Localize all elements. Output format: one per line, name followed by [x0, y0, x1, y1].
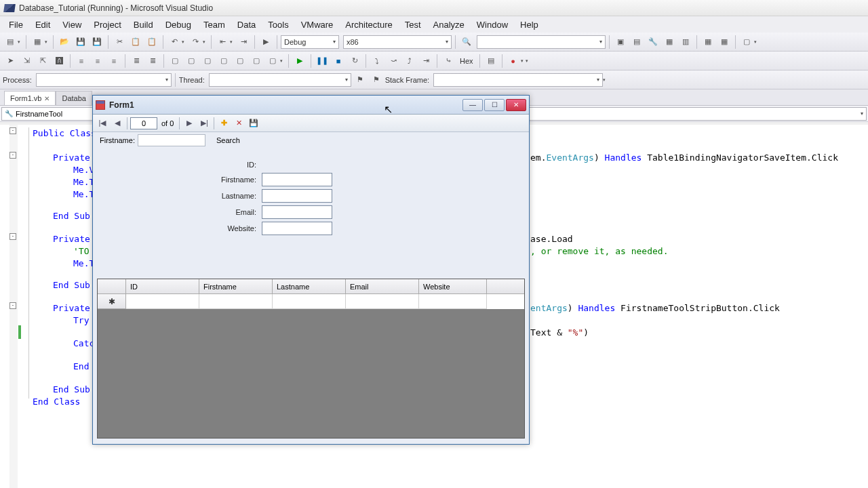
dgv-new-row[interactable]: ✱	[98, 294, 524, 309]
toolbar-overflow[interactable]: ▾	[280, 58, 283, 64]
dgv-col-website[interactable]: Website	[419, 279, 487, 294]
bookmark-icon-7[interactable]: ▢	[265, 54, 280, 68]
step-into-icon[interactable]: ⤵	[370, 54, 384, 68]
menu-project[interactable]: Project	[87, 18, 127, 32]
toolbox-icon[interactable]: 🔧	[646, 35, 660, 49]
menu-build[interactable]: Build	[127, 18, 159, 32]
menu-edit[interactable]: Edit	[29, 18, 56, 32]
menu-view[interactable]: View	[56, 18, 87, 32]
minimize-button[interactable]: —	[462, 99, 483, 111]
save-icon[interactable]: 💾	[247, 117, 260, 130]
dgv-cell[interactable]	[199, 294, 273, 309]
menu-tools[interactable]: Tools	[262, 18, 294, 32]
email-input[interactable]	[262, 205, 332, 219]
navigate-back-icon[interactable]: ⇤	[215, 35, 230, 49]
collapse-toggle[interactable]: -	[9, 127, 16, 134]
collapse-toggle[interactable]: -	[9, 152, 16, 159]
menu-data[interactable]: Data	[231, 18, 262, 32]
start-page-icon[interactable]: ▥	[678, 35, 693, 49]
thread-filter-icon[interactable]: ⚑	[369, 73, 384, 87]
new-project-dropdown[interactable]: ▾	[18, 39, 20, 45]
find-combo[interactable]: ▾	[477, 35, 606, 49]
menu-test[interactable]: Test	[399, 18, 427, 32]
search-firstname-input[interactable]	[138, 134, 205, 146]
other-windows-icon[interactable]: ▦	[717, 35, 732, 49]
datagridview[interactable]: ID Firstname Lastname Email Website ✱	[97, 279, 525, 439]
collapse-toggle[interactable]: -	[9, 302, 16, 309]
redo-icon[interactable]: ↷	[188, 35, 203, 49]
breakpoints-window-icon[interactable]: ●	[506, 54, 521, 68]
find-icon[interactable]: 🔍	[459, 35, 474, 49]
dgv-corner[interactable]	[98, 279, 126, 294]
move-last-icon[interactable]: ▶|	[197, 117, 211, 130]
add-new-icon[interactable]: ✚	[217, 117, 231, 130]
lastname-input[interactable]	[262, 189, 332, 203]
menu-team[interactable]: Team	[197, 18, 231, 32]
close-icon[interactable]: ✕	[44, 95, 50, 102]
solution-platform-combo[interactable]: x86 ▾	[343, 35, 452, 49]
step-icon-1[interactable]: ⇲	[19, 54, 34, 68]
redo-dropdown[interactable]: ▾	[203, 39, 205, 45]
solution-config-combo[interactable]: Debug ▾	[281, 35, 339, 49]
menu-architecture[interactable]: Architecture	[339, 18, 398, 32]
save-all-icon[interactable]: 💾	[90, 35, 104, 49]
bookmark-icon[interactable]: ▢	[167, 54, 182, 68]
stackframe-combo[interactable]: ▾	[433, 73, 603, 87]
maximize-button[interactable]: ☐	[484, 99, 505, 111]
dgv-cell[interactable]	[419, 294, 487, 309]
hex-toggle[interactable]: Hex	[457, 57, 476, 65]
outdent-icon[interactable]: ≡	[90, 54, 105, 68]
search-button[interactable]: Search	[216, 136, 240, 144]
toolbar-overflow-3[interactable]: ▾	[603, 77, 606, 83]
toolbar-overflow-2[interactable]: ▾	[526, 58, 528, 64]
move-first-icon[interactable]: |◀	[96, 117, 109, 130]
bookmark-icon-4[interactable]: ▢	[216, 54, 231, 68]
restart-icon[interactable]: ↻	[347, 54, 362, 68]
paste-icon[interactable]: 📋	[144, 35, 159, 49]
dgv-col-email[interactable]: Email	[346, 279, 419, 294]
cut-icon[interactable]: ✂	[112, 35, 127, 49]
thread-combo[interactable]: ▾	[209, 73, 351, 87]
menu-vmware[interactable]: VMware	[295, 18, 340, 32]
move-previous-icon[interactable]: ◀	[111, 117, 124, 130]
process-combo[interactable]: ▾	[36, 73, 172, 87]
menu-help[interactable]: Help	[514, 18, 545, 32]
start-icon[interactable]: ▶	[258, 35, 273, 49]
dgv-col-lastname[interactable]: Lastname	[273, 279, 346, 294]
dgv-col-firstname[interactable]: Firstname	[199, 279, 273, 294]
copy-icon[interactable]: 📋	[128, 35, 143, 49]
position-input[interactable]	[130, 117, 157, 129]
window-layout-icon[interactable]: ▢	[739, 35, 754, 49]
undo-icon[interactable]: ↶	[167, 35, 182, 49]
bookmark-icon-3[interactable]: ▢	[200, 54, 215, 68]
website-input[interactable]	[262, 222, 332, 235]
continue-icon[interactable]: ▶	[292, 54, 307, 68]
bookmark-icon-6[interactable]: ▢	[249, 54, 264, 68]
delete-icon[interactable]: ✕	[232, 117, 245, 130]
window-layout-dropdown[interactable]: ▾	[754, 39, 757, 45]
open-file-icon[interactable]: 📂	[57, 35, 72, 49]
tab-form1vb[interactable]: Form1.vb ✕	[4, 91, 56, 105]
thread-flag-icon[interactable]: ⚑	[353, 73, 368, 87]
tab-database[interactable]: Databa	[56, 91, 92, 105]
add-item-dropdown[interactable]: ▾	[45, 39, 47, 45]
move-next-icon[interactable]: ▶	[182, 117, 196, 130]
new-project-icon[interactable]: ▤	[3, 35, 18, 49]
breakpoints-dropdown[interactable]: ▾	[521, 58, 524, 64]
menu-debug[interactable]: Debug	[159, 18, 197, 32]
output-window-icon[interactable]: ▤	[484, 54, 498, 68]
properties-icon[interactable]: ▤	[629, 35, 644, 49]
step-icon-2[interactable]: ⇱	[35, 54, 50, 68]
navigate-back-dropdown[interactable]: ▾	[230, 39, 233, 45]
close-button[interactable]: ✕	[506, 99, 526, 111]
save-icon[interactable]: 💾	[73, 35, 88, 49]
step-over-icon[interactable]: ⤻	[386, 54, 401, 68]
bookmark-icon-5[interactable]: ▢	[233, 54, 248, 68]
format-icon[interactable]: ≣	[129, 54, 144, 68]
team-explorer-icon[interactable]: ▦	[662, 35, 677, 49]
pause-icon[interactable]: ❚❚	[315, 54, 330, 68]
indent-icon[interactable]: ≡	[74, 54, 89, 68]
format-icon-2[interactable]: ≣	[145, 54, 160, 68]
firstname-input[interactable]	[262, 173, 332, 186]
form1-titlebar[interactable]: Form1 — ☐ ✕	[93, 96, 529, 115]
